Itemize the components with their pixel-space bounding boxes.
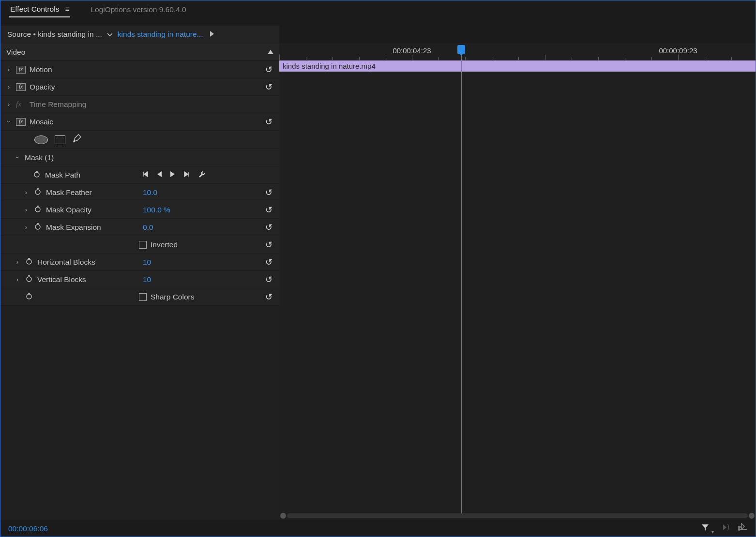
sharp-colors-checkbox[interactable] bbox=[139, 293, 147, 301]
pen-tool-icon[interactable] bbox=[72, 134, 82, 146]
play-forward-icon[interactable] bbox=[170, 171, 176, 179]
svg-point-1 bbox=[35, 190, 40, 194]
video-section-header[interactable]: Video bbox=[0, 44, 279, 61]
chevron-right-icon[interactable]: › bbox=[5, 66, 12, 73]
svg-point-6 bbox=[27, 294, 31, 299]
chevron-right-icon[interactable]: › bbox=[23, 224, 30, 231]
stopwatch-icon[interactable] bbox=[33, 205, 42, 215]
play-icon[interactable] bbox=[210, 30, 214, 39]
vertical-blocks-row: › Vertical Blocks 10 ↺ bbox=[0, 271, 279, 288]
chevron-right-icon[interactable]: › bbox=[23, 206, 30, 213]
svg-point-5 bbox=[27, 277, 31, 282]
prop-label: Vertical Blocks bbox=[37, 275, 86, 284]
mask-row[interactable]: › Mask (1) bbox=[0, 149, 279, 166]
effect-label: Opacity bbox=[30, 83, 55, 91]
export-icon[interactable] bbox=[738, 523, 748, 535]
stopwatch-icon[interactable] bbox=[33, 223, 42, 232]
prop-value[interactable]: 10 bbox=[143, 275, 151, 284]
prop-label: Horizontal Blocks bbox=[37, 258, 95, 267]
current-timecode[interactable]: 00:00:06:06 bbox=[8, 524, 48, 533]
scroll-track[interactable] bbox=[287, 513, 748, 518]
mask-path-row: Mask Path bbox=[0, 166, 279, 184]
clip-bar[interactable]: kinds standing in nature.mp4 bbox=[279, 60, 756, 72]
effect-row-mosaic[interactable]: › fx Mosaic ↺ bbox=[0, 113, 279, 131]
mask-shape-tools bbox=[0, 131, 279, 149]
filter-icon[interactable]: ▾ bbox=[701, 523, 714, 535]
tab-extra-info: LogiOptions version 9.60.4.0 bbox=[91, 5, 186, 14]
mask-opacity-row: › Mask Opacity 100.0 % ↺ bbox=[0, 201, 279, 219]
clip-header: Source • kinds standing in ... kinds sta… bbox=[0, 26, 279, 43]
fx-badge-icon[interactable]: fx bbox=[16, 66, 26, 74]
chevron-right-icon[interactable]: › bbox=[5, 101, 12, 108]
ruler-tick-label: 00:00:09:23 bbox=[659, 46, 697, 55]
rectangle-mask-icon[interactable] bbox=[55, 135, 65, 144]
horizontal-scrollbar bbox=[279, 511, 756, 520]
svg-point-3 bbox=[35, 224, 40, 229]
scroll-handle-left[interactable] bbox=[280, 513, 286, 519]
playhead-line[interactable] bbox=[461, 48, 462, 515]
chevron-down-icon[interactable]: › bbox=[5, 119, 13, 125]
prop-value[interactable]: 0.0 bbox=[143, 223, 153, 232]
next-keyframe-icon[interactable] bbox=[183, 171, 190, 179]
tab-effect-controls[interactable]: Effect Controls ≡ bbox=[9, 2, 70, 17]
chevron-down-icon[interactable] bbox=[107, 30, 113, 39]
effect-row-opacity[interactable]: › fx Opacity ↺ bbox=[0, 78, 279, 96]
effects-list-panel: Video › fx Motion ↺ › fx Opacity ↺ › fx … bbox=[0, 43, 279, 520]
prev-keyframe-icon[interactable] bbox=[142, 171, 149, 179]
sequence-name[interactable]: kinds standing in nature... bbox=[118, 30, 203, 39]
status-bar: 00:00:06:06 ▾ bbox=[0, 520, 756, 537]
chevron-down-icon[interactable]: › bbox=[14, 154, 21, 161]
panel-menu-icon[interactable]: ≡ bbox=[65, 5, 69, 14]
prop-label: Inverted bbox=[151, 240, 178, 249]
reset-icon[interactable]: ↺ bbox=[263, 257, 274, 268]
prop-label: Mask Opacity bbox=[46, 206, 91, 214]
chevron-right-icon[interactable]: › bbox=[5, 83, 12, 90]
stopwatch-icon[interactable] bbox=[25, 275, 33, 284]
chevron-right-icon[interactable]: › bbox=[14, 276, 21, 283]
chevron-right-icon[interactable]: › bbox=[14, 258, 21, 266]
effect-row-motion[interactable]: › fx Motion ↺ bbox=[0, 61, 279, 78]
fx-badge-icon[interactable]: fx bbox=[16, 118, 26, 126]
collapse-icon[interactable] bbox=[268, 50, 273, 54]
video-label: Video bbox=[6, 48, 25, 57]
reset-icon[interactable]: ↺ bbox=[263, 239, 274, 250]
reset-icon[interactable]: ↺ bbox=[263, 82, 274, 92]
inverted-checkbox[interactable] bbox=[139, 241, 147, 249]
scroll-handle-right[interactable] bbox=[749, 513, 755, 519]
keyframe-nav bbox=[142, 170, 206, 180]
reset-icon[interactable]: ↺ bbox=[263, 222, 274, 233]
prop-value[interactable]: 10 bbox=[143, 258, 151, 267]
chevron-right-icon[interactable]: › bbox=[23, 189, 30, 196]
stopwatch-icon[interactable] bbox=[25, 257, 33, 267]
svg-point-2 bbox=[35, 207, 40, 212]
prop-label: Mask Feather bbox=[46, 188, 92, 197]
prop-value[interactable]: 100.0 % bbox=[143, 206, 170, 214]
svg-point-0 bbox=[34, 172, 39, 177]
time-ruler[interactable]: 00:00:04:23 00:00:09:23 bbox=[279, 43, 756, 60]
clip-name: kinds standing in nature.mp4 bbox=[283, 62, 376, 70]
stopwatch-icon[interactable] bbox=[25, 292, 33, 302]
svg-rect-7 bbox=[739, 529, 747, 530]
reset-icon[interactable]: ↺ bbox=[263, 117, 274, 127]
wrench-icon[interactable] bbox=[198, 170, 206, 180]
effect-label: Motion bbox=[30, 65, 52, 74]
stopwatch-icon[interactable] bbox=[32, 170, 41, 180]
stopwatch-icon[interactable] bbox=[33, 188, 42, 197]
ellipse-mask-icon[interactable] bbox=[34, 135, 48, 144]
mask-title: Mask (1) bbox=[25, 153, 54, 162]
svg-point-4 bbox=[27, 259, 31, 264]
reset-icon[interactable]: ↺ bbox=[263, 292, 274, 302]
effect-label: Mosaic bbox=[30, 118, 53, 126]
effect-label: Time Remapping bbox=[30, 100, 86, 109]
reset-icon[interactable]: ↺ bbox=[263, 187, 274, 198]
fx-badge-icon[interactable]: fx bbox=[16, 83, 26, 91]
reset-icon[interactable]: ↺ bbox=[263, 205, 274, 215]
sharp-colors-row: › Sharp Colors ↺ bbox=[0, 288, 279, 306]
prop-value[interactable]: 10.0 bbox=[143, 188, 157, 197]
fx-badge-icon: fx bbox=[16, 100, 26, 108]
reset-icon[interactable]: ↺ bbox=[263, 274, 274, 285]
play-only-icon[interactable] bbox=[722, 523, 730, 535]
effect-row-timeremap[interactable]: › fx Time Remapping bbox=[0, 96, 279, 113]
play-reverse-icon[interactable] bbox=[156, 171, 162, 179]
reset-icon[interactable]: ↺ bbox=[263, 64, 274, 75]
